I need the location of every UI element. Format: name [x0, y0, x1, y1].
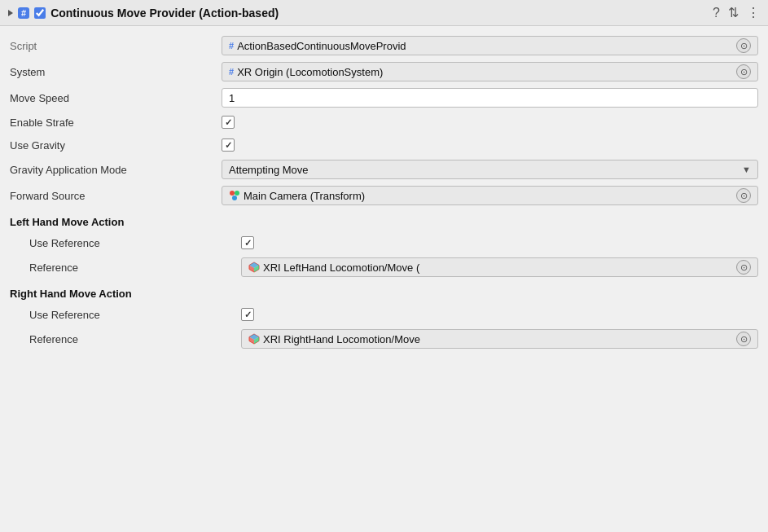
inspector-panel: # Continuous Move Provider (Action-based…: [0, 0, 768, 358]
component-content: Script # ActionBasedContinuousMoveProvid…: [0, 26, 768, 358]
right-reference-field: XRI RightHand Locomotion/Move ⊙: [241, 329, 758, 349]
gravity-mode-dropdown[interactable]: Attempting Move ▼: [222, 160, 758, 179]
move-speed-field: 1: [222, 88, 758, 108]
xri-cube-icon-right: [248, 333, 260, 345]
use-gravity-field: [222, 138, 758, 152]
forward-source-select-btn[interactable]: ⊙: [736, 188, 751, 203]
component-enabled-checkbox[interactable]: [34, 7, 46, 19]
script-hash-icon: #: [229, 41, 234, 51]
forward-source-text: Main Camera (Transform): [244, 190, 733, 202]
svg-point-2: [232, 196, 237, 200]
system-field: # XR Origin (LocomotionSystem) ⊙: [222, 62, 758, 81]
script-label: Script: [10, 40, 222, 52]
left-reference-row: Reference XRI LeftHand Locomotion/Move (…: [10, 254, 758, 280]
right-hand-section-label: Right Hand Move Action: [10, 288, 222, 300]
right-use-reference-row: Use Reference: [10, 303, 758, 326]
left-reference-label: Reference: [29, 262, 241, 274]
component-title: Continuous Move Provider (Action-based): [50, 7, 708, 20]
system-object-ref[interactable]: # XR Origin (LocomotionSystem) ⊙: [222, 62, 758, 81]
left-use-reference-label: Use Reference: [29, 237, 241, 249]
help-icon[interactable]: ?: [713, 6, 720, 20]
forward-source-row: Forward Source Main Camera (Transform) ⊙: [10, 182, 758, 209]
script-type-badge: #: [18, 7, 29, 19]
svg-point-1: [235, 191, 239, 196]
script-ref-text: ActionBasedContinuousMoveProvid: [237, 40, 733, 52]
gravity-mode-row: Gravity Application Mode Attempting Move…: [10, 156, 758, 182]
use-gravity-label: Use Gravity: [10, 139, 222, 152]
settings-icon[interactable]: ⇅: [728, 5, 739, 20]
enable-strafe-row: Enable Strafe: [10, 111, 758, 134]
system-row: System # XR Origin (LocomotionSystem) ⊙: [10, 59, 758, 85]
system-ref-text: XR Origin (LocomotionSystem): [237, 66, 733, 78]
left-hand-section-label: Left Hand Move Action: [10, 216, 222, 228]
system-label: System: [10, 66, 222, 78]
svg-point-0: [230, 191, 235, 196]
left-reference-text: XRI LeftHand Locomotion/Move (: [263, 262, 733, 274]
right-use-reference-field: [241, 308, 758, 321]
script-object-ref[interactable]: # ActionBasedContinuousMoveProvid ⊙: [222, 36, 758, 55]
right-reference-text: XRI RightHand Locomotion/Move: [263, 333, 733, 345]
enable-strafe-field: [222, 116, 758, 129]
right-reference-label: Reference: [29, 333, 241, 345]
right-reference-object-ref[interactable]: XRI RightHand Locomotion/Move ⊙: [241, 329, 758, 349]
script-field: # ActionBasedContinuousMoveProvid ⊙: [222, 36, 758, 55]
gravity-mode-value: Attempting Move: [229, 164, 739, 176]
left-use-reference-row: Use Reference: [10, 231, 758, 254]
move-speed-label: Move Speed: [10, 92, 222, 104]
collapse-triangle-icon[interactable]: [8, 10, 13, 16]
dropdown-arrow-icon: ▼: [742, 165, 751, 174]
move-speed-input[interactable]: 1: [222, 88, 758, 108]
component-header: # Continuous Move Provider (Action-based…: [0, 0, 768, 26]
right-use-reference-checkbox[interactable]: [241, 308, 254, 321]
system-hash-icon: #: [229, 67, 234, 77]
right-hand-section-row: Right Hand Move Action: [10, 280, 758, 303]
forward-source-object-ref[interactable]: Main Camera (Transform) ⊙: [222, 186, 758, 205]
header-icons-group: ? ⇅ ⋮: [713, 5, 760, 20]
right-reference-row: Reference XRI RightHand Locomotion/Move …: [10, 326, 758, 352]
gravity-mode-label: Gravity Application Mode: [10, 164, 222, 176]
transform-icon: [229, 190, 240, 201]
use-gravity-checkbox[interactable]: [222, 138, 235, 152]
enable-strafe-checkbox[interactable]: [222, 116, 235, 129]
right-reference-select-btn[interactable]: ⊙: [736, 332, 751, 346]
system-ref-select-btn[interactable]: ⊙: [736, 64, 751, 79]
xri-cube-icon-left: [248, 262, 260, 273]
use-gravity-row: Use Gravity: [10, 134, 758, 156]
left-use-reference-checkbox[interactable]: [241, 236, 254, 249]
gravity-mode-field: Attempting Move ▼: [222, 160, 758, 179]
forward-source-label: Forward Source: [10, 190, 222, 202]
left-reference-field: XRI LeftHand Locomotion/Move ( ⊙: [241, 257, 758, 277]
script-ref-select-btn[interactable]: ⊙: [736, 38, 751, 53]
left-hand-section-row: Left Hand Move Action: [10, 209, 758, 231]
menu-icon[interactable]: ⋮: [747, 5, 760, 20]
forward-source-field: Main Camera (Transform) ⊙: [222, 186, 758, 205]
left-use-reference-field: [241, 236, 758, 249]
enable-strafe-label: Enable Strafe: [10, 117, 222, 129]
left-reference-object-ref[interactable]: XRI LeftHand Locomotion/Move ( ⊙: [241, 257, 758, 277]
move-speed-row: Move Speed 1: [10, 85, 758, 111]
script-row: Script # ActionBasedContinuousMoveProvid…: [10, 33, 758, 59]
left-reference-select-btn[interactable]: ⊙: [736, 260, 751, 275]
right-use-reference-label: Use Reference: [29, 309, 241, 321]
